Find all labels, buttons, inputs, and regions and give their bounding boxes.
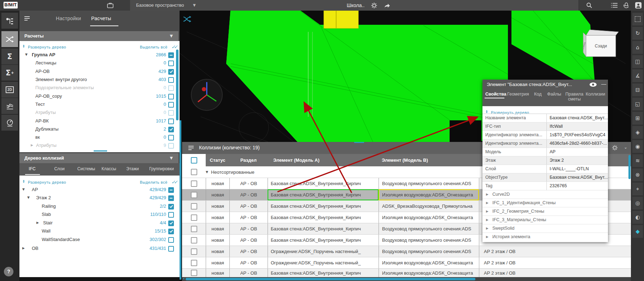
tab-properties[interactable]: Свойства — [485, 92, 506, 97]
collapse-table-chevron-icon[interactable]: ⌄ — [624, 145, 627, 150]
tab-ifc[interactable]: IFC — [29, 166, 35, 171]
row-checkbox[interactable] — [191, 226, 197, 232]
column-header-model-b[interactable]: Элемент (Модель B) — [379, 154, 479, 166]
tree-item-label[interactable]: Slab — [42, 212, 51, 217]
prop-value[interactable]: Базовая стена:ADSK_Внут... — [547, 114, 608, 122]
prop-value[interactable]: Базовая стена:ADSK_Внут... — [547, 173, 608, 182]
project-name[interactable]: Школа.. — [347, 0, 364, 11]
prop-value[interactable]: Этаж 2 — [547, 156, 608, 165]
expand-tree-icon[interactable]: ▴▾ — [23, 44, 25, 48]
tree-item-label[interactable]: Элемент внутри другого — [35, 77, 87, 82]
collapse-arrow[interactable]: ▼ — [22, 188, 25, 191]
row-checkbox[interactable] — [191, 237, 197, 243]
tree-item-checkbox[interactable] — [168, 102, 174, 108]
column-header-section[interactable]: Раздел — [229, 154, 268, 166]
tree-item-label[interactable]: Группа АР — [32, 52, 55, 57]
tab-estimate-rules[interactable]: Правила сметы — [564, 92, 584, 102]
prop-value[interactable]: 1s$T0_PtXFeesS4oSVvgC4 — [547, 131, 608, 139]
horizontal-scrollbar[interactable] — [94, 150, 107, 151]
prop-group-row[interactable]: ▶SweptSolid — [482, 224, 608, 233]
tree-item-checkbox[interactable] — [168, 119, 174, 124]
collapse-arrow[interactable]: ▼ — [206, 170, 208, 174]
search-icon[interactable] — [586, 2, 592, 8]
tree-item-checkbox[interactable] — [168, 127, 174, 132]
section-header-calculations[interactable]: Расчеты ▼ — [19, 31, 178, 41]
prop-value[interactable]: 2326765 — [547, 182, 608, 190]
tree-item-label[interactable]: Wall — [42, 228, 51, 234]
vertical-scrollbar-thumb[interactable] — [628, 155, 631, 179]
column-header-model-a[interactable]: Элемент (Модель A) — [268, 154, 379, 166]
table-menu-icon[interactable] — [188, 146, 194, 150]
tab-layers[interactable]: Слои — [54, 166, 64, 171]
diamond-tool[interactable]: ◈ — [632, 126, 643, 139]
table-row[interactable]: новаяАР - ОВБазовая стена:ADSK_Внутрення… — [182, 269, 631, 277]
select-all-checkbox[interactable] — [191, 157, 197, 164]
gauge-tool[interactable] — [1, 115, 18, 131]
tree-item-checkbox[interactable] — [168, 143, 174, 149]
chevron-down-icon[interactable]: ▼ — [193, 0, 196, 11]
expand-tree-icon[interactable]: ▴▾ — [23, 179, 25, 183]
tree-item-checkbox[interactable] — [168, 195, 174, 201]
tree-item-label[interactable]: Дубликаты — [35, 126, 59, 132]
target-tool[interactable]: ⌖ — [632, 183, 643, 195]
grid-view-tool[interactable]: ⊞ — [632, 112, 643, 125]
row-checkbox[interactable] — [191, 192, 197, 198]
row-checkbox[interactable] — [191, 203, 197, 210]
model-cube-tool-active[interactable]: ◆ — [632, 225, 643, 238]
expand-tree-link[interactable]: Развернуть дерево — [28, 180, 66, 184]
app-logo[interactable]: BiMiT — [4, 2, 18, 8]
row-checkbox[interactable] — [191, 214, 197, 221]
tab-calculations[interactable]: Расчеты — [91, 16, 111, 21]
prop-group-row[interactable]: ▶IFC_2_Геометрия_Стены — [482, 207, 608, 216]
disable-tool[interactable]: ⊗ — [632, 168, 643, 181]
tree-item-checkbox[interactable] — [168, 69, 174, 75]
focus-tool[interactable]: ◎ — [632, 197, 643, 210]
tab-code[interactable]: Код — [534, 92, 541, 97]
prop-value[interactable]: IfcWall — [547, 122, 608, 131]
tree-item-checkbox[interactable] — [168, 85, 174, 91]
tab-files[interactable]: Файлы — [547, 92, 561, 97]
prop-group-row[interactable]: ▶IFC_1_Идентификация_Стены — [482, 199, 608, 207]
tree-item-checkbox[interactable] — [168, 220, 174, 226]
briefcase-icon[interactable] — [107, 2, 114, 8]
collapse-arrow[interactable]: ▼ — [25, 53, 28, 56]
tab-collisions[interactable]: Коллизии — [586, 92, 605, 97]
tree-item-label[interactable]: AP-OB_copy — [35, 93, 62, 99]
workspace-selector[interactable]: Базовое пространство — [136, 0, 184, 11]
sum-add-tool[interactable]: Σ+ — [1, 65, 18, 81]
prop-group-row[interactable]: ▶Curve2D — [482, 190, 608, 199]
expand-arrow[interactable]: ▶ — [22, 246, 25, 250]
home-view-tool[interactable]: ⌂ — [632, 41, 643, 54]
vertical-scrollbar[interactable] — [176, 50, 178, 120]
minimize-icon[interactable]: — — [601, 79, 606, 89]
panel-menu-icon[interactable] — [24, 16, 30, 21]
tree-item-label[interactable]: Railing — [42, 203, 56, 209]
chevron-down-icon[interactable]: ▼ — [170, 31, 173, 41]
group-checkbox[interactable] — [191, 169, 197, 175]
tree-item-checkbox[interactable] — [168, 212, 174, 218]
expand-tree-icon[interactable]: ▴▾ — [486, 110, 488, 113]
notifications-icon[interactable] — [623, 2, 630, 9]
sum-tool[interactable]: Σ — [1, 48, 18, 64]
charts-tool[interactable] — [1, 98, 18, 114]
tree-item-checkbox[interactable] — [168, 229, 174, 234]
select-all-link[interactable]: Выделить всё — [140, 180, 168, 184]
chevron-down-icon[interactable]: ▼ — [170, 153, 173, 163]
horizontal-scrollbar-track[interactable]: ◂ — [182, 277, 631, 281]
crop-view-tool[interactable]: ◱ — [632, 98, 643, 110]
tree-item-label[interactable]: Подозрительные элементы — [35, 85, 94, 90]
model-tree-tool[interactable] — [1, 13, 18, 29]
prop-value[interactable]: 4636cfa4-28d2-4660-b837-... — [547, 139, 608, 148]
tree-item-label[interactable]: Stair — [43, 220, 53, 225]
collapse-arrow[interactable]: ▼ — [27, 196, 30, 199]
contrast-tool[interactable]: ◐ — [632, 211, 643, 224]
tree-item-label[interactable]: Атрибуты — [35, 110, 56, 115]
table-row[interactable]: новаяАР - ОВОграждение:ADSK_Поручень нас… — [182, 246, 631, 257]
row-checkbox[interactable] — [191, 260, 197, 266]
select-region-tool[interactable] — [632, 13, 643, 25]
measure-tool[interactable]: ∡ — [632, 69, 643, 82]
tree-item-label[interactable]: Лестницы — [35, 60, 56, 65]
tree-item-checkbox[interactable] — [168, 61, 174, 66]
tree-item-label[interactable]: WallStandardCase — [42, 237, 80, 242]
prop-group-row[interactable]: ▶IFC_3_Материалы_Стены — [482, 216, 608, 224]
